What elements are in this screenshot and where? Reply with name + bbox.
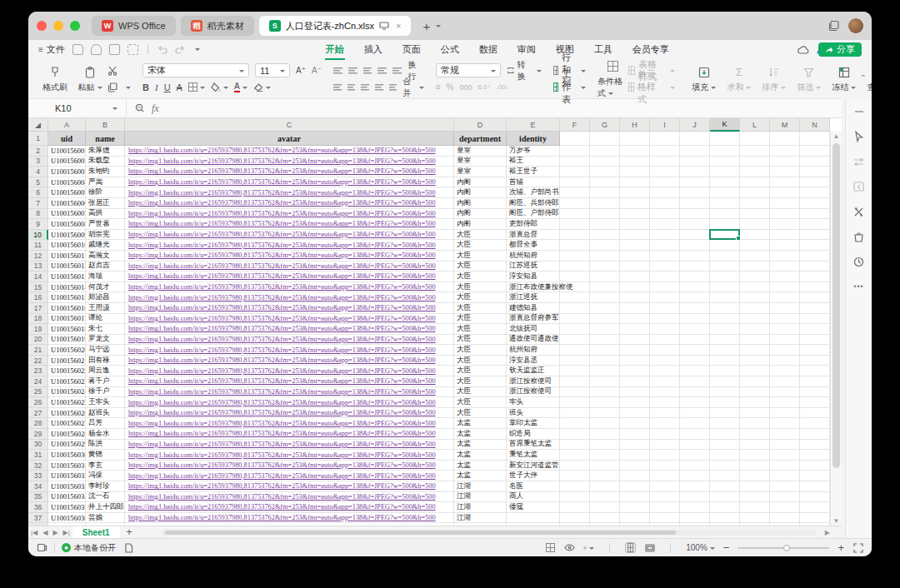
cell[interactable] bbox=[770, 513, 800, 524]
clear-format-button[interactable] bbox=[253, 82, 271, 92]
cell[interactable] bbox=[710, 157, 740, 167]
cell[interactable] bbox=[590, 408, 620, 419]
cell[interactable] bbox=[770, 440, 800, 451]
cell-name[interactable]: 李时珍 bbox=[86, 481, 125, 492]
cell-department[interactable]: 大臣 bbox=[454, 282, 507, 293]
cell-identity[interactable]: 北镇抚司 bbox=[507, 324, 560, 335]
column-header-L[interactable]: L bbox=[740, 118, 770, 132]
cell[interactable] bbox=[680, 198, 710, 209]
cell[interactable] bbox=[650, 429, 680, 440]
cell-avatar-link[interactable]: https://img1.baidu.com/it/u=2165937980,8… bbox=[125, 198, 454, 209]
cell[interactable] bbox=[710, 492, 740, 503]
row-header-5[interactable]: 5 bbox=[28, 177, 48, 188]
row-header-24[interactable]: 24 bbox=[28, 376, 48, 387]
cell[interactable] bbox=[680, 502, 710, 513]
document-info-icon[interactable] bbox=[124, 543, 133, 553]
cell[interactable] bbox=[650, 450, 680, 461]
cell-avatar-link[interactable]: https://img1.baidu.com/it/u=2165937980,8… bbox=[125, 292, 454, 303]
cell-uid[interactable]: U100156018 bbox=[48, 324, 86, 335]
cell-name[interactable]: 周云逸 bbox=[86, 366, 125, 376]
copy-caret-icon[interactable] bbox=[126, 87, 131, 92]
more-options-icon[interactable]: ••• bbox=[852, 280, 866, 293]
zoom-formula-icon[interactable] bbox=[135, 103, 145, 113]
close-tab-icon[interactable]: × bbox=[396, 21, 401, 31]
cell[interactable] bbox=[770, 303, 800, 314]
cell-uid[interactable]: U100156035 bbox=[48, 502, 86, 513]
cell-uid[interactable]: U100156014 bbox=[48, 282, 86, 293]
cell[interactable] bbox=[740, 387, 770, 398]
cell[interactable] bbox=[620, 314, 650, 325]
cell[interactable] bbox=[740, 132, 770, 146]
column-header-F[interactable]: F bbox=[560, 118, 590, 132]
cell-identity[interactable]: 首辅 bbox=[507, 177, 560, 188]
cell[interactable] bbox=[560, 429, 590, 440]
cell-department[interactable]: 大臣 bbox=[454, 324, 507, 335]
cell[interactable] bbox=[710, 198, 740, 209]
print-icon[interactable] bbox=[109, 44, 120, 55]
cell[interactable] bbox=[590, 230, 620, 241]
cell[interactable] bbox=[770, 450, 800, 461]
cell-department[interactable]: 大臣 bbox=[454, 376, 507, 387]
cell[interactable] bbox=[650, 240, 680, 251]
cell[interactable] bbox=[560, 418, 590, 429]
cell[interactable] bbox=[590, 387, 620, 398]
cell-avatar-link[interactable]: https://img1.baidu.com/it/u=2165937980,8… bbox=[125, 429, 454, 440]
cell-name[interactable]: 李玄 bbox=[86, 461, 125, 471]
cell-identity[interactable]: 牢头 bbox=[507, 397, 560, 408]
name-box[interactable]: K10 bbox=[28, 99, 127, 117]
cell[interactable] bbox=[620, 418, 650, 429]
cell-department[interactable]: 大臣 bbox=[454, 303, 507, 314]
cell[interactable] bbox=[590, 187, 620, 198]
cell[interactable] bbox=[620, 198, 650, 209]
window-stack-icon[interactable] bbox=[828, 20, 840, 32]
row-header-32[interactable]: 32 bbox=[28, 461, 48, 471]
cell[interactable] bbox=[770, 502, 800, 513]
cell[interactable] bbox=[800, 282, 830, 293]
cell[interactable] bbox=[770, 146, 800, 157]
cell[interactable] bbox=[620, 429, 650, 440]
cell[interactable] bbox=[740, 513, 770, 524]
cell-department[interactable]: 江湖 bbox=[454, 481, 507, 492]
cell-avatar-link[interactable]: https://img1.baidu.com/it/u=2165937980,8… bbox=[125, 146, 454, 157]
cell[interactable] bbox=[710, 209, 740, 220]
cell[interactable] bbox=[560, 209, 590, 220]
cell-uid[interactable]: U100156028 bbox=[48, 429, 86, 440]
cell-department[interactable]: 大臣 bbox=[454, 230, 507, 241]
align-top-icon[interactable] bbox=[333, 67, 342, 74]
align-justify-icon[interactable] bbox=[375, 84, 383, 91]
cell[interactable] bbox=[710, 251, 740, 262]
pivot-table-icon[interactable] bbox=[545, 542, 556, 553]
resource-shop-icon[interactable] bbox=[852, 230, 866, 243]
macro-icon[interactable] bbox=[37, 542, 48, 553]
cell-name[interactable]: 张居正 bbox=[86, 198, 125, 209]
cell-department[interactable]: 太监 bbox=[454, 440, 507, 451]
column-header-J[interactable]: J bbox=[680, 118, 710, 132]
font-increase-button[interactable]: A⁺ bbox=[296, 66, 306, 75]
cell-uid[interactable]: U100156036 bbox=[48, 513, 86, 524]
cell[interactable] bbox=[620, 177, 650, 188]
properties-sliders-icon[interactable] bbox=[852, 155, 866, 168]
cell[interactable] bbox=[710, 177, 740, 188]
cell[interactable] bbox=[680, 440, 710, 451]
cell[interactable] bbox=[800, 335, 830, 346]
cell-uid[interactable]: U100156023 bbox=[48, 376, 86, 387]
column-header-M[interactable]: M bbox=[770, 118, 800, 132]
cell[interactable] bbox=[740, 335, 770, 346]
cell[interactable] bbox=[560, 157, 590, 167]
row-header-11[interactable]: 11 bbox=[28, 240, 48, 251]
cell[interactable] bbox=[770, 429, 800, 440]
cell[interactable] bbox=[620, 461, 650, 471]
cell-identity[interactable]: 江苏巡抚 bbox=[507, 262, 560, 272]
cell[interactable] bbox=[590, 209, 620, 220]
cell-name[interactable]: 沈一石 bbox=[86, 492, 125, 503]
row-header-23[interactable]: 23 bbox=[28, 366, 48, 376]
cell[interactable] bbox=[800, 366, 830, 376]
cell-identity[interactable]: 裕王 bbox=[507, 157, 560, 167]
cell-uid[interactable]: U100156010 bbox=[48, 240, 86, 251]
cell[interactable] bbox=[650, 376, 680, 387]
cell[interactable] bbox=[770, 408, 800, 419]
cell[interactable] bbox=[770, 481, 800, 492]
cell-name[interactable]: 何茂才 bbox=[86, 282, 125, 293]
currency-button[interactable]: ¤ bbox=[436, 82, 441, 92]
cell[interactable] bbox=[590, 272, 620, 282]
